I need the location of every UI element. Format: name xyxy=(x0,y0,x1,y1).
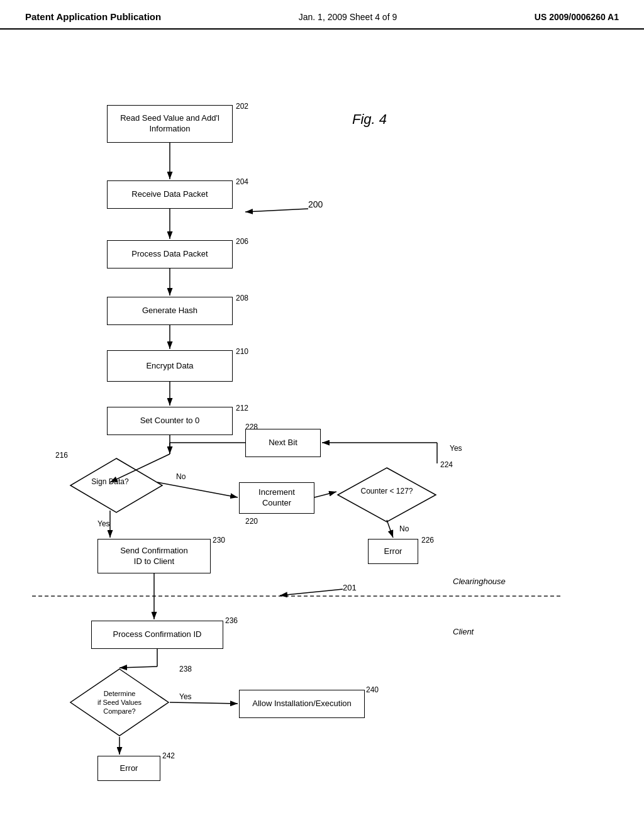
fig-label: Fig. 4 xyxy=(352,111,387,128)
box-236: Process Confirmation ID xyxy=(91,621,223,649)
box-202: Read Seed Value and Add'l Information xyxy=(107,105,233,143)
box-228: Next Bit xyxy=(245,429,321,457)
box-240: Allow Installation/Execution xyxy=(239,690,365,718)
svg-text:Yes: Yes xyxy=(450,444,462,453)
ref-212: 212 xyxy=(236,404,248,412)
svg-text:No: No xyxy=(176,472,186,481)
ref-204: 204 xyxy=(236,177,248,186)
ref-220: 220 xyxy=(245,517,258,526)
box-212: Set Counter to 0 xyxy=(107,407,233,435)
ref-238: 238 xyxy=(179,665,192,673)
ref-202: 202 xyxy=(236,102,248,111)
svg-text:No: No xyxy=(399,524,409,533)
ref-216: 216 xyxy=(55,451,68,460)
diamond-224: Counter < 127? xyxy=(336,463,437,520)
diamond-216: Sign Data? xyxy=(63,454,157,511)
ref-230: 230 xyxy=(213,536,225,545)
ref-226: 226 xyxy=(421,536,434,545)
ref-200: 200 xyxy=(308,199,323,209)
svg-line-26 xyxy=(170,702,238,704)
ref-210: 210 xyxy=(236,347,248,356)
box-208: Generate Hash xyxy=(107,297,233,325)
ref-228: 228 xyxy=(245,423,258,431)
ref-242: 242 xyxy=(162,751,175,760)
box-220: Increment Counter xyxy=(239,482,314,514)
ref-224: 224 xyxy=(440,460,453,469)
diagram-area: Fig. 4 200 Read Seed Value and Add'l Inf… xyxy=(0,30,644,822)
ref-201: 201 xyxy=(343,583,357,592)
header-left: Patent Application Publication xyxy=(25,11,161,22)
ref-208: 208 xyxy=(236,294,248,302)
box-230: Send Confirmation ID to Client xyxy=(97,539,211,573)
svg-line-15 xyxy=(314,492,336,497)
ref-236: 236 xyxy=(225,616,238,625)
box-210: Encrypt Data xyxy=(107,350,233,382)
box-226: Error xyxy=(368,539,418,564)
header-center: Jan. 1, 2009 Sheet 4 of 9 xyxy=(299,12,397,22)
svg-line-30 xyxy=(280,589,343,595)
svg-line-13 xyxy=(157,482,238,497)
svg-line-29 xyxy=(245,209,308,212)
header-right: US 2009/0006260 A1 xyxy=(535,12,619,22)
client-label: Client xyxy=(453,627,474,636)
box-204: Receive Data Packet xyxy=(107,180,233,209)
separator-line xyxy=(32,595,560,597)
svg-text:Yes: Yes xyxy=(179,692,192,701)
box-206: Process Data Packet xyxy=(107,240,233,268)
clearinghouse-label: Clearinghouse xyxy=(453,577,506,586)
svg-text:Yes: Yes xyxy=(97,519,110,528)
page-header: Patent Application Publication Jan. 1, 2… xyxy=(0,0,644,30)
diamond-238: Determine if Seed Values Compare? xyxy=(69,668,170,737)
ref-206: 206 xyxy=(236,237,248,246)
ref-240: 240 xyxy=(366,685,379,694)
box-242: Error xyxy=(97,756,160,781)
